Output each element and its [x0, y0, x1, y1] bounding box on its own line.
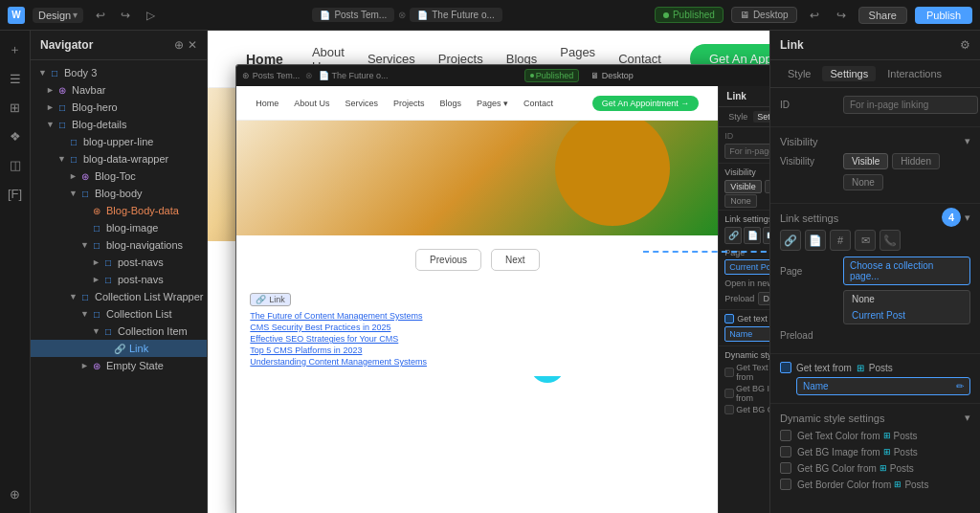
- page-select[interactable]: Choose a collection page...: [843, 256, 970, 285]
- apps-icon[interactable]: ⊕: [4, 482, 27, 505]
- inner-dynamic-section: Dynamic style settings Get Text Color fr…: [719, 346, 769, 420]
- name-field[interactable]: Name ✏: [796, 377, 970, 395]
- inner-dyn-check-2[interactable]: [724, 389, 734, 398]
- inner-get-text-checkbox[interactable]: [724, 314, 734, 323]
- tree-item-blog-toc[interactable]: ► ⊛ Blog-Toc: [31, 167, 207, 185]
- link-phone-icon[interactable]: 📞: [880, 230, 901, 251]
- dyn-check-4[interactable]: [780, 479, 791, 490]
- tree-item-post-navs-2[interactable]: ► □ post-navs: [31, 271, 207, 288]
- inner-get-text-label: Get text from: [737, 314, 769, 323]
- inner-link-5[interactable]: Understanding Content Management Systems: [250, 357, 704, 367]
- tab-future[interactable]: 📄 The Future o...: [410, 8, 502, 22]
- tree-item-navbar[interactable]: ► ⊛ Navbar: [31, 81, 207, 99]
- inner-dyn-check-1[interactable]: [724, 368, 734, 377]
- inner-link-settings-title: Link settings: [724, 214, 769, 224]
- inner-new-tab[interactable]: Open in new tab: [724, 277, 769, 290]
- arrow-icon: ▼: [38, 68, 48, 78]
- option-none[interactable]: None: [844, 291, 969, 307]
- get-text-checkbox[interactable]: [780, 362, 791, 373]
- tree-item-link[interactable]: 🔗 Link: [31, 340, 207, 357]
- undo2-icon[interactable]: ↩: [805, 6, 824, 25]
- share-button[interactable]: Share: [858, 7, 907, 24]
- dyn-check-3[interactable]: [780, 462, 791, 474]
- preview-icon[interactable]: ▷: [141, 6, 160, 25]
- tree-item-blog-hero[interactable]: ► □ Blog-hero: [31, 99, 207, 116]
- link-email-icon[interactable]: ✉: [855, 230, 876, 251]
- redo2-icon[interactable]: ↪: [832, 6, 851, 25]
- inner-pagination: Previous Next 5: [236, 235, 718, 284]
- tree-item-collection-list[interactable]: ▼ □ Collection List: [31, 305, 207, 323]
- tree-item-data-wrapper[interactable]: ▼ □ blog-data-wrapper: [31, 150, 207, 167]
- link-url-icon[interactable]: 🔗: [780, 230, 801, 251]
- inner-link-3[interactable]: Effective SEO Strategies for Your CMS: [250, 334, 704, 344]
- link-file-icon[interactable]: 📄: [805, 230, 826, 251]
- inner-vis-visible[interactable]: Visible: [724, 180, 761, 193]
- pages-icon[interactable]: ⊞: [4, 96, 27, 119]
- inner-prev-button[interactable]: Previous: [415, 249, 481, 271]
- inner-name-input[interactable]: Name ✏: [724, 326, 769, 342]
- tree-item-blog-body-data[interactable]: ⊛ Blog-Body-data: [31, 202, 207, 219]
- search-icon[interactable]: ⊕: [174, 38, 184, 52]
- tree-item-blog-image[interactable]: □ blog-image: [31, 219, 207, 236]
- inner-visibility-label: Visibility: [724, 167, 769, 177]
- tree-item-post-navs-1[interactable]: ► □ post-navs: [31, 254, 207, 271]
- assets-icon[interactable]: ◫: [4, 153, 27, 176]
- tree-item-blog-details[interactable]: ▼ □ Blog-details: [31, 116, 207, 133]
- component-icon: ⊛: [90, 359, 103, 372]
- dyn-check-1[interactable]: [780, 430, 791, 441]
- tree-item-collection-wrapper[interactable]: ▼ □ Collection List Wrapper: [31, 288, 207, 305]
- tree-item-blog-body[interactable]: ▼ □ Blog-body: [31, 185, 207, 202]
- tree-item-collection-item[interactable]: ▼ □ Collection Item: [31, 323, 207, 340]
- close-icon[interactable]: ✕: [188, 38, 197, 52]
- inner-link-icon-3[interactable]: 📧: [763, 227, 769, 244]
- mode-selector[interactable]: Design ▾: [33, 8, 83, 23]
- dyn-check-2[interactable]: [780, 446, 791, 457]
- inner-link-1[interactable]: The Future of Content Management Systems: [250, 311, 704, 321]
- tree-item-upper-line[interactable]: □ blog-upper-line: [31, 133, 207, 150]
- inner-link-icon-2[interactable]: 📄: [744, 227, 761, 244]
- inner-vis-none[interactable]: None: [724, 194, 757, 208]
- inner-id-input[interactable]: [724, 144, 769, 159]
- publish-button[interactable]: Publish: [915, 7, 972, 24]
- panel-settings-icon[interactable]: ⚙: [960, 38, 970, 52]
- inner-nav-pages: Pages ▾: [477, 99, 508, 108]
- option-current-post[interactable]: Current Post: [844, 307, 969, 323]
- box-icon: □: [101, 256, 115, 269]
- inner-tab-settings[interactable]: Settings: [753, 111, 769, 123]
- tree-item-blog-navigations[interactable]: ▼ □ blog-navigations: [31, 236, 207, 254]
- inner-link-2[interactable]: CMS Security Best Practices in 2025: [250, 323, 704, 332]
- inner-link-4[interactable]: Top 5 CMS Platforms in 2023: [250, 346, 704, 355]
- tree-item-body3[interactable]: ▼ □ Body 3: [31, 64, 207, 81]
- panel-tabs: Style Settings Interactions: [770, 60, 980, 88]
- undo-icon[interactable]: ↩: [91, 6, 110, 25]
- inner-vis-hidden[interactable]: Hidden: [765, 180, 769, 193]
- inner-page-value[interactable]: Current Post: [724, 259, 769, 275]
- vis-visible-button[interactable]: Visible: [843, 153, 888, 169]
- arrow-icon: ▼: [92, 326, 101, 336]
- app-logo[interactable]: W: [8, 7, 25, 24]
- inner-link-icon-1[interactable]: 🔗: [724, 227, 742, 244]
- none-button[interactable]: None: [843, 174, 883, 190]
- tab-settings[interactable]: Settings: [822, 66, 876, 81]
- components-icon[interactable]: ❖: [4, 124, 27, 147]
- tab-interactions[interactable]: Interactions: [880, 66, 949, 81]
- id-input[interactable]: [843, 96, 978, 114]
- navigator-icon[interactable]: ☰: [4, 67, 27, 90]
- cms-icon[interactable]: [F]: [4, 182, 27, 205]
- inner-panel-tabs: Style Settings Interactions: [719, 107, 769, 127]
- vis-hidden-button[interactable]: Hidden: [892, 153, 940, 169]
- add-element-icon[interactable]: ＋: [4, 38, 27, 61]
- inner-link-badge-label: Link: [269, 295, 285, 304]
- redo-icon[interactable]: ↪: [116, 6, 135, 25]
- desktop-badge[interactable]: 🖥 Desktop: [731, 7, 797, 23]
- tree-item-empty-state[interactable]: ► ⊛ Empty State: [31, 357, 207, 374]
- inner-next-button[interactable]: Next: [491, 249, 540, 271]
- posts-cms-icon: ⊞: [857, 363, 864, 373]
- tab-style[interactable]: Style: [780, 66, 818, 81]
- inner-dyn-check-3[interactable]: [724, 405, 734, 414]
- inner-tab-style[interactable]: Style: [724, 111, 751, 123]
- posts-label: Posts: [869, 363, 893, 373]
- inner-preload-value[interactable]: Default: [758, 292, 769, 305]
- tab-posts-template[interactable]: 📄 Posts Tem...: [312, 8, 394, 22]
- link-section-icon[interactable]: #: [830, 230, 851, 251]
